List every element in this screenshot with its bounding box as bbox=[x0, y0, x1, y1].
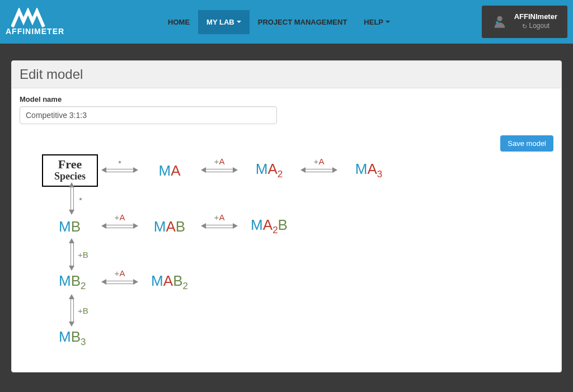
equilibrium-arrow-icon[interactable]: +A bbox=[101, 274, 138, 291]
equilibrium-arrow-icon[interactable]: ⋆ bbox=[101, 162, 138, 179]
diagram-row-1: Free Species ⋆ MA +A MA2 +A bbox=[42, 159, 553, 182]
species-MA2[interactable]: MA2 bbox=[256, 160, 283, 180]
logo[interactable]: AFFINIMETER bbox=[6, 0, 70, 44]
chevron-down-icon bbox=[237, 21, 241, 23]
nav-label: PROJECT MANAGEMENT bbox=[258, 18, 347, 26]
logout-link[interactable]: Logout bbox=[522, 22, 550, 31]
diagram-row-2: MB +A MAB +A MA2B bbox=[42, 215, 553, 238]
equilibrium-arrow-icon[interactable]: +A bbox=[300, 162, 337, 179]
equilibrium-arrow-icon[interactable]: +A bbox=[201, 218, 238, 235]
chevron-down-icon bbox=[386, 21, 390, 23]
nav-label: HELP bbox=[364, 18, 383, 26]
user-box: AFFINImeter Logout bbox=[482, 6, 567, 38]
svg-point-1 bbox=[496, 21, 499, 24]
user-icon bbox=[492, 13, 508, 31]
diagram-row-4: MB3 bbox=[42, 327, 553, 350]
logo-icon bbox=[11, 8, 59, 28]
logo-text: AFFINIMETER bbox=[6, 27, 64, 36]
species-MB[interactable]: MB bbox=[59, 218, 81, 235]
save-row: Save model bbox=[20, 135, 553, 152]
species-MAB[interactable]: MAB bbox=[154, 218, 185, 235]
nav-item-mylab[interactable]: MY LAB bbox=[198, 10, 250, 34]
model-diagram: Free Species ⋆ MA +A MA2 +A bbox=[20, 159, 553, 350]
species-MA2B[interactable]: MA2B bbox=[251, 216, 288, 236]
equilibrium-arrow-icon[interactable]: ⋆ bbox=[64, 182, 81, 215]
equilibrium-arrow-icon[interactable]: +A bbox=[101, 218, 138, 235]
equilibrium-arrow-icon[interactable]: +B bbox=[64, 294, 81, 327]
species-MB2[interactable]: MB2 bbox=[59, 272, 86, 292]
diagram-row-3: MB2 +A MAB2 bbox=[42, 271, 553, 294]
nav-label: MY LAB bbox=[206, 18, 234, 26]
species-MAB2[interactable]: MAB2 bbox=[151, 272, 188, 292]
species-MA[interactable]: MA bbox=[158, 162, 180, 180]
model-name-label: Model name bbox=[20, 95, 553, 103]
panel-title: Edit model bbox=[12, 61, 561, 88]
svg-point-0 bbox=[497, 16, 502, 21]
species-MA3[interactable]: MA3 bbox=[355, 160, 382, 180]
page-wrap: Edit model Model name Save model Free Sp… bbox=[0, 44, 573, 382]
panel-body: Model name Save model Free Species ⋆ bbox=[12, 88, 561, 372]
nav-item-help[interactable]: HELP bbox=[355, 10, 398, 34]
nav-item-home[interactable]: HOME bbox=[159, 10, 198, 34]
nav-item-project-management[interactable]: PROJECT MANAGEMENT bbox=[250, 10, 356, 34]
equilibrium-arrow-icon[interactable]: +A bbox=[201, 162, 238, 179]
diagram-vspace-2: +B bbox=[42, 238, 553, 271]
nav-menu: HOME MY LAB PROJECT MANAGEMENT HELP bbox=[70, 0, 482, 44]
free-species-line2: Species bbox=[49, 171, 91, 182]
diagram-vspace-1: ⋆ bbox=[42, 182, 553, 215]
nav-label: HOME bbox=[168, 18, 190, 26]
diagram-vspace-3: +B bbox=[42, 294, 553, 327]
save-model-button[interactable]: Save model bbox=[500, 135, 553, 152]
equilibrium-arrow-icon[interactable]: +B bbox=[64, 238, 81, 271]
panel-edit-model: Edit model Model name Save model Free Sp… bbox=[11, 60, 562, 372]
model-name-input[interactable] bbox=[20, 106, 277, 124]
species-MB3[interactable]: MB3 bbox=[59, 328, 86, 348]
top-nav: AFFINIMETER HOME MY LAB PROJECT MANAGEME… bbox=[0, 0, 573, 44]
user-text: AFFINImeter Logout bbox=[514, 12, 557, 31]
free-species-line1: Free bbox=[49, 158, 91, 171]
user-name: AFFINImeter bbox=[514, 12, 557, 22]
